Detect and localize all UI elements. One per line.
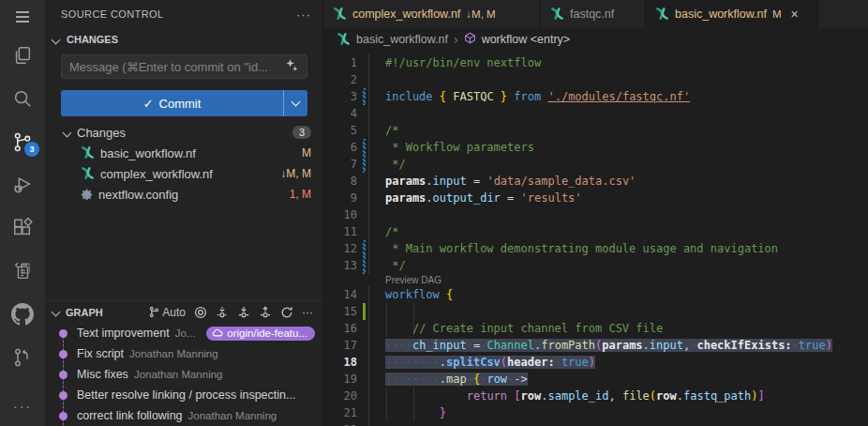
code-text: } xyxy=(368,404,868,421)
commit-row[interactable]: Fix scriptJonathan Manning xyxy=(45,343,322,364)
tab-bar: complex_workflow.nf↓M, Mfastqc.nfbasic_w… xyxy=(323,0,868,28)
graph-toolbar: Auto ··· xyxy=(149,306,313,319)
editor-tab[interactable]: basic_workflow.nfM× xyxy=(646,0,818,28)
menu-icon[interactable] xyxy=(0,0,45,34)
commit-message-input[interactable] xyxy=(69,60,279,74)
code-text: // Create input channel from CSV file xyxy=(368,320,868,337)
graph-more-icon[interactable]: ··· xyxy=(302,306,313,319)
changes-section-header[interactable]: CHANGES xyxy=(45,28,322,51)
commit-button[interactable]: ✓ Commit xyxy=(61,90,307,116)
code-line: 11/* xyxy=(323,223,868,240)
file-row[interactable]: nextflow.config1, M xyxy=(45,184,322,205)
document-flow-icon[interactable] xyxy=(0,250,45,293)
commit-dot xyxy=(54,364,71,385)
gutter xyxy=(357,354,368,371)
close-icon[interactable]: × xyxy=(791,7,799,22)
nextflow-icon xyxy=(337,32,351,47)
editor-group: complex_workflow.nf↓M, Mfastqc.nfbasic_w… xyxy=(323,0,868,426)
commit-row[interactable]: Misc fixesJonathan Manning xyxy=(45,364,322,385)
commit-author: Jonathan Manning xyxy=(134,369,223,380)
code-editor[interactable]: 1#!/usr/bin/env nextflow23include { FAST… xyxy=(323,51,868,426)
file-row[interactable]: basic_workflow.nfM xyxy=(45,143,322,163)
pull-icon[interactable] xyxy=(237,306,250,319)
code-text: /* xyxy=(368,223,868,240)
codelens-preview-dag[interactable]: Preview DAG xyxy=(323,274,868,286)
nextflow-icon xyxy=(333,7,347,22)
sparkle-icon[interactable] xyxy=(285,58,299,76)
changes-file-list: basic_workflow.nfMcomplex_workflow.nf↓M,… xyxy=(45,143,322,205)
source-control-icon[interactable]: 3 xyxy=(0,120,45,163)
tab-label: basic_workflow.nf xyxy=(675,8,767,21)
line-number: 19 xyxy=(323,371,357,388)
refresh-icon[interactable] xyxy=(280,306,293,319)
commit-row[interactable]: Better resolve linking / process inspect… xyxy=(45,385,322,405)
code-line: 2 xyxy=(323,71,868,88)
search-icon[interactable] xyxy=(0,77,45,120)
line-number: 1 xyxy=(323,54,357,71)
code-text: workflow { xyxy=(368,286,868,303)
file-name: basic_workflow.nf xyxy=(100,146,196,160)
scm-badge: 3 xyxy=(24,142,39,157)
line-number: 13 xyxy=(323,257,357,274)
commit-row[interactable]: Text improvementJo...origin/ide-featu... xyxy=(45,323,322,343)
line-number: 22 xyxy=(323,421,357,426)
line-number: 2 xyxy=(323,71,357,88)
target-icon[interactable] xyxy=(194,306,207,319)
push-icon[interactable] xyxy=(259,306,272,319)
chevron-down-icon xyxy=(63,128,72,137)
code-line: 18········.splitCsv(header:·true) xyxy=(323,354,868,371)
gutter xyxy=(357,320,368,337)
check-icon: ✓ xyxy=(143,97,154,111)
changes-count-badge: 3 xyxy=(292,126,311,139)
git-pullrequest-icon[interactable] xyxy=(0,336,45,379)
code-text xyxy=(368,105,868,122)
nextflow-icon xyxy=(550,7,564,22)
editor-tab[interactable]: complex_workflow.nf↓M, M xyxy=(323,0,541,28)
code-text: ········.map·{·row·-> xyxy=(368,371,868,388)
branch-ref-badge[interactable]: origin/ide-featu... xyxy=(206,327,315,341)
gutter xyxy=(357,54,368,71)
tab-label: complex_workflow.nf xyxy=(352,8,460,21)
more-icon[interactable]: ··· xyxy=(13,392,32,420)
changes-tree-header[interactable]: Changes 3 xyxy=(45,122,322,143)
code-text: * Main workflow demonstrating module usa… xyxy=(368,240,868,257)
commit-row[interactable]: correct link followingJonathan Manning xyxy=(45,405,322,426)
gutter-modified-icon xyxy=(357,156,368,173)
nextflow-icon xyxy=(81,166,95,181)
github-icon[interactable] xyxy=(0,293,45,336)
commit-button-label: Commit xyxy=(159,97,202,111)
code-text: #!/usr/bin/env nextflow xyxy=(368,54,868,71)
chevron-down-icon xyxy=(292,98,301,107)
breadcrumb-symbol[interactable]: workflow <entry> xyxy=(482,33,570,46)
line-number: 12 xyxy=(323,240,357,257)
gutter xyxy=(357,371,368,388)
tab-git-status: M xyxy=(772,8,782,20)
line-number: 4 xyxy=(323,105,357,122)
gutter xyxy=(357,421,368,426)
commit-message: Misc fixes xyxy=(77,368,128,381)
gutter xyxy=(357,286,368,303)
code-line: 6 * Workflow parameters xyxy=(323,139,868,156)
code-line: 12 * Main workflow demonstrating module … xyxy=(323,240,868,257)
breadcrumb-file[interactable]: basic_workflow.nf xyxy=(356,33,448,46)
sidebar-more-icon[interactable]: ··· xyxy=(296,8,311,22)
editor-tab[interactable]: fastqc.nf xyxy=(541,0,646,28)
code-text xyxy=(368,71,868,88)
code-text xyxy=(368,303,868,320)
gutter-added-icon xyxy=(357,303,368,320)
graph-section-header[interactable]: GRAPH Auto xyxy=(45,300,322,323)
explorer-icon[interactable] xyxy=(0,34,45,77)
branch-auto-selector[interactable]: Auto xyxy=(149,306,186,319)
gutter xyxy=(357,122,368,139)
extensions-icon[interactable] xyxy=(0,206,45,250)
file-name: complex_workflow.nf xyxy=(100,167,213,181)
code-text: ····ch_input·=·Channel.fromPath(params.i… xyxy=(368,337,868,354)
line-number: 17 xyxy=(323,337,357,354)
commit-message: correct link following xyxy=(77,409,183,422)
fetch-icon[interactable] xyxy=(216,306,229,319)
commit-dropdown-button[interactable] xyxy=(283,90,307,116)
line-number: 15 xyxy=(323,303,357,320)
file-row[interactable]: complex_workflow.nf↓M, M xyxy=(45,163,322,184)
gutter xyxy=(357,206,368,223)
run-debug-icon[interactable] xyxy=(0,163,45,206)
